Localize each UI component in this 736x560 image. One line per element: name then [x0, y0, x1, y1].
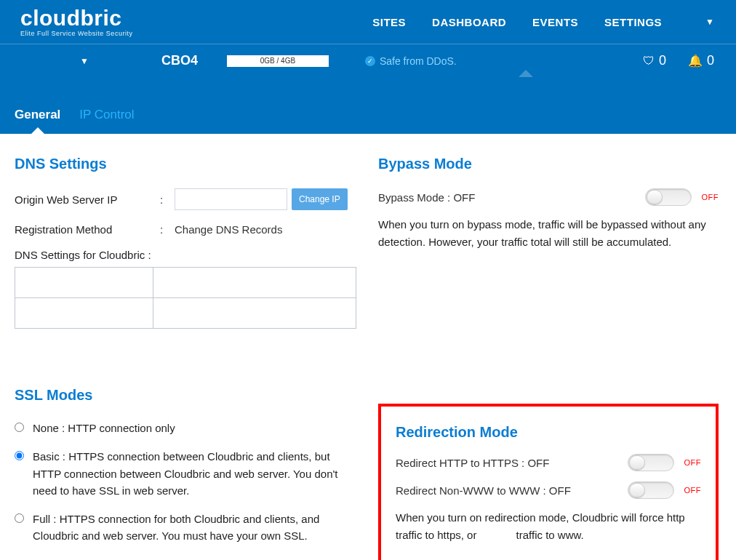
origin-ip-label: Origin Web Server IP	[15, 193, 160, 206]
bypass-desc: When you turn on bypass mode, traffic wi…	[378, 216, 719, 251]
origin-ip-row: Origin Web Server IP : Change IP	[15, 188, 356, 210]
bypass-off-text: OFF	[702, 193, 719, 201]
colon: :	[160, 223, 175, 236]
dns-cell	[15, 268, 153, 298]
redirection-box: Redirection Mode Redirect HTTP to HTTPS …	[378, 404, 719, 560]
brand-name: cloudbric	[20, 7, 132, 29]
change-ip-button[interactable]: Change IP	[292, 188, 348, 210]
redirect-www-label: Redirect Non-WWW to WWW : OFF	[396, 484, 628, 497]
brand: cloudbric Elite Full Service Website Sec…	[20, 7, 132, 37]
settings-hint-arrow-icon	[519, 70, 533, 77]
left-column: DNS Settings Origin Web Server IP : Chan…	[15, 156, 356, 560]
topbar: cloudbric Elite Full Service Website Sec…	[0, 0, 736, 44]
redirect-https-row: Redirect HTTP to HTTPS : OFF OFF	[396, 454, 701, 471]
usage-bar: 0GB / 4GB	[227, 55, 329, 67]
colon: :	[160, 193, 175, 206]
bell-icon: 🔔	[688, 54, 703, 68]
shield-icon: 🛡	[643, 55, 655, 68]
tab-general[interactable]: General	[15, 108, 60, 134]
shield-counter[interactable]: 🛡 0	[643, 53, 666, 68]
site-dropdown-icon[interactable]: ▼	[80, 56, 89, 66]
table-row	[15, 298, 356, 329]
dns-cell	[153, 268, 356, 298]
redirect-www-row: Redirect Non-WWW to WWW : OFF OFF	[396, 481, 701, 499]
subtabs: General IP Control	[0, 77, 736, 134]
account-dropdown-icon[interactable]: ▼	[705, 17, 714, 27]
ssl-heading: SSL Modes	[15, 387, 356, 404]
bypass-toggle[interactable]	[645, 188, 692, 206]
site-code: CBO4	[161, 53, 198, 68]
redirect-https-toggle[interactable]	[628, 454, 674, 471]
content: DNS Settings Origin Web Server IP : Chan…	[0, 134, 736, 560]
status-icons: 🛡 0 🔔 0	[643, 53, 714, 68]
dns-heading: DNS Settings	[15, 156, 356, 172]
ssl-none-row[interactable]: None : HTTP connection only	[15, 420, 356, 436]
bypass-label: Bypass Mode : OFF	[378, 191, 645, 204]
redirect-https-label: Redirect HTTP to HTTPS : OFF	[396, 457, 628, 469]
nav-links: SITES DASHBOARD EVENTS SETTINGS	[372, 16, 662, 28]
redirect-https-off-text: OFF	[684, 458, 702, 467]
redirection-heading: Redirection Mode	[396, 424, 701, 441]
checkmark-icon: ✓	[365, 56, 375, 66]
registration-label: Registration Method	[15, 223, 160, 236]
ssl-basic-label: Basic : HTTPS connection between Cloudbr…	[33, 448, 356, 499]
ssl-full-row[interactable]: Full : HTTPS connection for both Cloudbr…	[15, 511, 356, 545]
dns-cell	[153, 298, 356, 329]
ssl-full-label: Full : HTTPS connection for both Cloudbr…	[33, 511, 356, 545]
nav-dashboard[interactable]: DASHBOARD	[432, 16, 506, 28]
redirection-desc: When you turn on redirection mode, Cloud…	[396, 509, 701, 544]
origin-ip-input[interactable]	[175, 188, 287, 210]
registration-value: Change DNS Records	[175, 223, 282, 236]
ssl-basic-row[interactable]: Basic : HTTPS connection between Cloudbr…	[15, 448, 356, 499]
dns-table	[15, 267, 356, 329]
right-column: Bypass Mode Bypass Mode : OFF OFF When y…	[378, 156, 719, 560]
dns-list-label: DNS Settings for Cloudbric :	[15, 249, 356, 261]
ssl-none-radio[interactable]	[15, 423, 24, 432]
bell-count: 0	[707, 53, 714, 68]
registration-row: Registration Method : Change DNS Records	[15, 223, 356, 236]
bypass-heading: Bypass Mode	[378, 156, 719, 172]
ddos-status: Safe from DDoS.	[380, 55, 457, 67]
ssl-section: SSL Modes None : HTTP connection only Ba…	[15, 387, 356, 545]
bell-counter[interactable]: 🔔 0	[688, 53, 714, 68]
nav-sites[interactable]: SITES	[372, 16, 406, 28]
bypass-toggle-row: Bypass Mode : OFF OFF	[378, 188, 719, 206]
nav-settings[interactable]: SETTINGS	[604, 16, 662, 28]
shield-count: 0	[659, 53, 666, 68]
ssl-full-radio[interactable]	[15, 513, 24, 523]
ssl-basic-radio[interactable]	[15, 451, 24, 460]
nav-events[interactable]: EVENTS	[532, 16, 578, 28]
ssl-none-label: None : HTTP connection only	[33, 420, 356, 436]
redirect-www-off-text: OFF	[684, 486, 702, 495]
brand-tagline: Elite Full Service Website Security	[20, 31, 132, 37]
tab-ip-control[interactable]: IP Control	[79, 108, 134, 134]
redirect-www-toggle[interactable]	[628, 481, 674, 499]
table-row	[15, 268, 356, 298]
status-strip: ▼ CBO4 0GB / 4GB ✓ Safe from DDoS. 🛡 0 🔔…	[0, 44, 736, 77]
usage-text: 0GB / 4GB	[260, 57, 295, 65]
dns-cell	[15, 298, 153, 329]
